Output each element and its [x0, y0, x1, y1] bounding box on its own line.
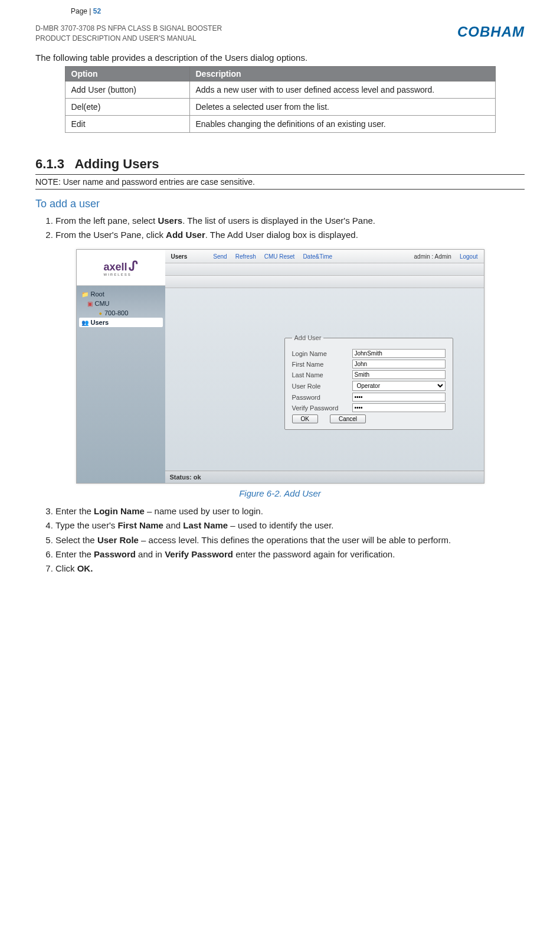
- footer-page: Page | 52: [35, 0, 136, 909]
- page-footer: www.cobham.com/wireless Page | 52 Cobham…: [35, 0, 525, 909]
